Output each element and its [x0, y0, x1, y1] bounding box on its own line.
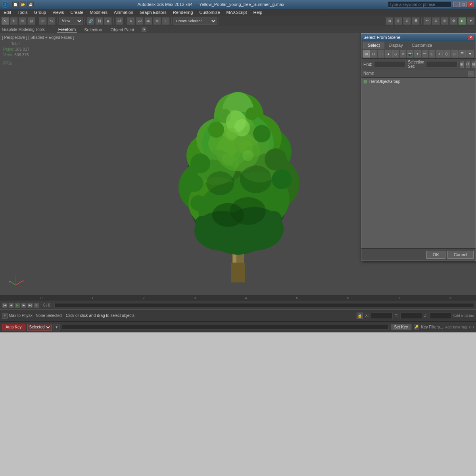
- viewport[interactable]: [ Perspective ] [ Shaded + Edged Faces ]…: [0, 33, 476, 295]
- dialog-icon-xrefs[interactable]: X: [436, 50, 442, 58]
- dialog-icon-shapes[interactable]: ◇: [392, 50, 399, 58]
- dialog-ok-btn[interactable]: OK: [426, 251, 445, 259]
- rotate-btn[interactable]: ↻: [19, 17, 27, 25]
- key-filters-label[interactable]: Key Filters...: [421, 325, 443, 329]
- dialog-icon-none[interactable]: □: [378, 50, 384, 58]
- schematic-btn[interactable]: ⊞: [432, 17, 440, 25]
- dialog-icon-options3[interactable]: ▼: [466, 50, 474, 58]
- dialog-icon-geo[interactable]: ▲: [385, 50, 392, 58]
- layer-btn[interactable]: ☰: [412, 17, 420, 25]
- dialog-object-list[interactable]: HeroObjectGroup: [361, 78, 476, 248]
- menu-rendering[interactable]: Rendering: [171, 10, 195, 15]
- link-btn[interactable]: 🔗: [86, 17, 94, 25]
- dialog-icon-helpers[interactable]: +: [414, 50, 420, 58]
- dialog-tab-customize[interactable]: Customize: [407, 42, 437, 49]
- named-sel-btn[interactable]: ⊞: [386, 17, 393, 25]
- dialog-tab-display[interactable]: Display: [384, 42, 407, 49]
- prev-frame-btn[interactable]: ◀: [8, 303, 14, 308]
- dialog-icon-bones[interactable]: ⬡: [443, 50, 450, 58]
- key-mode-btn[interactable]: K: [34, 303, 39, 308]
- menu-views[interactable]: Views: [51, 10, 65, 15]
- menu-help[interactable]: Help: [252, 10, 264, 15]
- set-key-btn[interactable]: Set Key: [391, 324, 412, 330]
- snap2d[interactable]: 2D: [136, 17, 144, 25]
- x-coord-input[interactable]: [371, 313, 393, 319]
- graphite-tab-object-paint[interactable]: Object Paint: [109, 27, 136, 33]
- dialog-cancel-btn[interactable]: Cancel: [447, 251, 474, 259]
- render-btn[interactable]: ▶: [458, 17, 466, 25]
- key-track[interactable]: [62, 325, 389, 330]
- curve-editor-btn[interactable]: 〜: [423, 17, 431, 25]
- auto-key-btn[interactable]: Auto Key: [2, 324, 25, 330]
- z-coord-input[interactable]: [430, 313, 451, 319]
- snap3d[interactable]: 3D: [144, 17, 152, 25]
- menu-modifiers[interactable]: Modifiers: [88, 10, 109, 15]
- scale-btn[interactable]: ⊞: [27, 17, 35, 25]
- render-type[interactable]: ▼: [467, 17, 475, 25]
- menu-customize[interactable]: Customize: [198, 10, 222, 15]
- mirror-btn[interactable]: ⧖: [394, 17, 402, 25]
- maximize-btn[interactable]: □: [461, 2, 467, 7]
- play-btn[interactable]: ▶: [15, 303, 20, 308]
- save-btn[interactable]: 💾: [27, 2, 34, 7]
- minimize-btn[interactable]: _: [453, 2, 460, 7]
- snap-percent[interactable]: %: [153, 17, 161, 25]
- snap-toggle[interactable]: ⊕: [127, 17, 135, 25]
- svg-point-21: [214, 223, 262, 255]
- render-setup-btn[interactable]: ⚙: [449, 17, 457, 25]
- dialog-icon-spacewarps[interactable]: 〜: [422, 50, 428, 58]
- sel-set-btn1[interactable]: ⊞: [460, 61, 464, 68]
- dialog-icon-all[interactable]: ⊞: [363, 50, 370, 58]
- menu-create[interactable]: Create: [69, 10, 85, 15]
- menu-maxscript[interactable]: MAXScript: [225, 10, 249, 15]
- dialog-icon-options2[interactable]: ☰: [459, 50, 466, 58]
- sel-set-btn3[interactable]: ⊟: [472, 61, 476, 68]
- selection-set-label: Selection Set:: [408, 60, 424, 69]
- sel-set-btn2[interactable]: ↺: [466, 61, 470, 68]
- move-btn[interactable]: ✛: [10, 17, 18, 25]
- menu-animation[interactable]: Animation: [112, 10, 135, 15]
- search-input[interactable]: [388, 1, 451, 8]
- new-btn[interactable]: 📄: [12, 2, 19, 7]
- timeline-track[interactable]: [54, 303, 474, 308]
- next-frame-btn[interactable]: ▶: [21, 303, 27, 308]
- view-select[interactable]: View: [59, 17, 83, 25]
- snap-spinner[interactable]: ↕: [162, 17, 170, 25]
- go-start-btn[interactable]: |◀: [2, 303, 8, 308]
- dialog-icon-invert[interactable]: ⊟: [370, 50, 377, 58]
- dialog-icon-options1[interactable]: ⊞: [451, 50, 458, 58]
- redo-btn[interactable]: ↪: [48, 17, 56, 25]
- dialog-close-btn[interactable]: ✕: [468, 35, 474, 40]
- mat-editor-btn[interactable]: ◫: [441, 17, 449, 25]
- find-input[interactable]: [374, 61, 406, 67]
- selection-set-input[interactable]: [426, 61, 458, 67]
- align-btn[interactable]: ⊟: [403, 17, 411, 25]
- graphite-toolbar: Graphite Modeling Tools Freeform Selecti…: [0, 26, 476, 33]
- bind-btn[interactable]: ◈: [104, 17, 112, 25]
- menu-edit[interactable]: Edit: [2, 10, 13, 15]
- open-btn[interactable]: 📂: [20, 2, 26, 7]
- dialog-icon-cameras[interactable]: 📷: [407, 50, 413, 58]
- dialog-icon-lights[interactable]: ☀: [400, 50, 406, 58]
- dialog-tab-select[interactable]: Select: [363, 42, 384, 49]
- close-btn[interactable]: ✕: [468, 2, 474, 7]
- auto-key-select[interactable]: Selected: [27, 324, 52, 331]
- graphite-tab-selection[interactable]: Selection: [83, 27, 103, 33]
- menu-group[interactable]: Group: [33, 10, 48, 15]
- select-btn[interactable]: ↖: [1, 17, 9, 25]
- graphite-expand-btn[interactable]: ▼: [141, 27, 147, 33]
- y-coord-input[interactable]: [400, 313, 422, 319]
- lock-icon[interactable]: 🔒: [357, 313, 363, 319]
- graphite-tab-freeform[interactable]: Freeform: [57, 27, 77, 33]
- menu-graph-editors[interactable]: Graph Editors: [138, 10, 168, 15]
- create-selection[interactable]: Create Selection: [173, 17, 217, 25]
- menu-tools[interactable]: Tools: [16, 10, 29, 15]
- list-item[interactable]: HeroObjectGroup: [362, 79, 475, 84]
- select-filter[interactable]: All: [115, 17, 123, 25]
- dialog-icon-groups[interactable]: ⊞: [429, 50, 435, 58]
- sort-btn[interactable]: ↕: [468, 71, 474, 77]
- go-end-btn[interactable]: ▶|: [27, 303, 33, 308]
- unlink-btn[interactable]: ⛓: [95, 17, 103, 25]
- undo-btn[interactable]: ↩: [39, 17, 47, 25]
- auto-key-expand[interactable]: ▼: [54, 324, 60, 330]
